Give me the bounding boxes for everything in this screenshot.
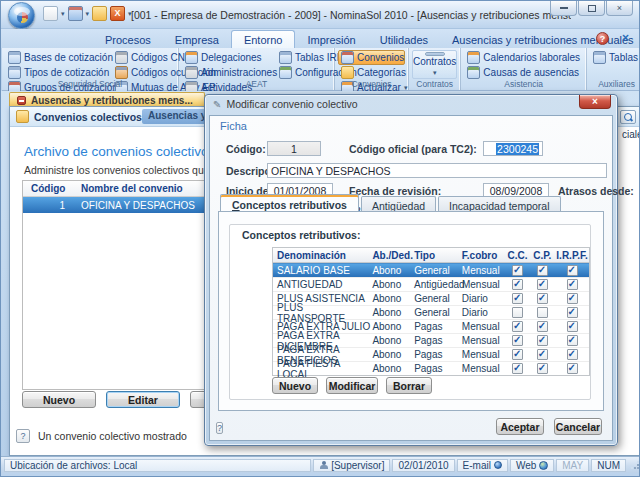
irpf-checkbox[interactable] (567, 335, 578, 346)
cc-checkbox[interactable] (512, 335, 523, 346)
table-row[interactable]: PLUS TRANSPORTE Abono General Diario (273, 305, 589, 319)
borrar-concepto-button[interactable]: Borrar (386, 377, 432, 394)
web-status[interactable]: Web (510, 459, 554, 472)
cc-checkbox[interactable] (512, 293, 523, 304)
table-row[interactable]: SALARIO BASE Abono General Mensual (273, 263, 589, 277)
irpf-checkbox[interactable] (567, 363, 578, 374)
button-tablas[interactable]: Tablas▾ (590, 50, 640, 65)
cc-checkbox[interactable] (512, 349, 523, 360)
button-categorias[interactable]: Categorías (338, 65, 405, 80)
cp-checkbox[interactable] (537, 293, 548, 304)
editar-button[interactable]: Editar (106, 391, 180, 408)
tab-impresion[interactable]: Impresión (295, 31, 367, 48)
item-label: Tablas (609, 52, 638, 63)
col-cp[interactable]: C.P. (529, 250, 555, 261)
user-icon (319, 461, 328, 470)
irpf-checkbox[interactable] (567, 279, 578, 290)
aceptar-button[interactable]: Aceptar (496, 418, 544, 435)
user-status[interactable]: [Supervisor] (313, 459, 390, 472)
column-codigo[interactable]: Código (23, 183, 75, 194)
button-bases-cotizacion[interactable]: Bases de cotización (5, 50, 110, 65)
help-icon[interactable]: ? (16, 429, 30, 443)
cc-checkbox[interactable] (512, 307, 523, 318)
modificar-concepto-button[interactable]: Modificar (326, 377, 378, 394)
dialog-help-button[interactable]: ? (216, 422, 223, 434)
button-delegaciones[interactable]: Delegaciones (182, 50, 274, 65)
ribbon-group-contratos: Contratos ▾ Contratos (409, 48, 461, 90)
tab-procesos[interactable]: Procesos (93, 31, 163, 48)
nuevo-concepto-button[interactable]: Nuevo (272, 377, 318, 394)
dialog-body: Ficha Código: 1 Código oficial (para TC2… (209, 115, 613, 441)
resize-grip[interactable] (631, 461, 639, 469)
irpf-checkbox[interactable] (567, 321, 578, 332)
maximize-button[interactable] (578, 1, 605, 16)
ribbon-group-seguridad-social: Bases de cotización Tipos de cotización … (2, 48, 179, 90)
button-causas-ausencias[interactable]: Causas de ausencias (464, 65, 583, 80)
search-button[interactable] (620, 110, 636, 124)
dialog-footer-buttons: Aceptar Cancelar (496, 418, 602, 435)
col-denominacion[interactable]: Denominación (273, 250, 372, 261)
button-tipos-cotizacion[interactable]: Tipos de cotización (5, 65, 110, 80)
table-row[interactable]: ANTIGUEDAD Abono Antigüedad Mensual (273, 277, 589, 291)
column-nombre[interactable]: Nombre del convenio (75, 183, 183, 194)
item-label: Causas de ausencias (483, 67, 579, 78)
codigo-oficial-field[interactable]: 2300245 (483, 141, 543, 156)
cell-tipo: General (414, 307, 462, 318)
tab-utilidades[interactable]: Utilidades (368, 31, 440, 48)
ribbon: Bases de cotización Tipos de cotización … (2, 48, 640, 91)
views-icon[interactable] (68, 6, 83, 21)
nuevo-button[interactable]: Nuevo (22, 391, 96, 408)
button-convenios[interactable]: Convenios (338, 50, 405, 65)
irpf-checkbox[interactable] (567, 349, 578, 360)
col-ab-ded[interactable]: Ab./Ded. (372, 250, 414, 261)
ribbon-group-asistencia: Calendarios laborales Causas de ausencia… (461, 48, 587, 90)
cp-checkbox[interactable] (537, 265, 548, 276)
cp-checkbox[interactable] (537, 279, 548, 290)
chevron-down-icon[interactable]: ▾ (86, 10, 90, 18)
ribbon-tab-row: Procesos Empresa Entorno Impresión Utili… (1, 29, 640, 48)
descripcion-field[interactable]: OFICINA Y DESPACHOS (267, 163, 607, 178)
open-folder-icon[interactable] (92, 6, 107, 21)
mdi-document-tab[interactable]: Ausencias y retribuciones mens... (9, 92, 205, 107)
cell-fcobro: Mensual (462, 265, 506, 276)
cancelar-button[interactable]: Cancelar (554, 418, 602, 435)
help-icon[interactable]: ? (596, 32, 609, 45)
tab-ausencias-retribuciones[interactable]: Ausencias y retribuciones mensuales (440, 31, 640, 48)
irpf-checkbox[interactable] (567, 265, 578, 276)
dialog-close-button[interactable]: × (579, 95, 611, 109)
cc-checkbox[interactable] (512, 363, 523, 374)
app-orb-button[interactable] (8, 2, 35, 29)
table-row[interactable]: PAGA FIESTA LOCAL Abono Pagas Mensual (273, 361, 589, 375)
table-icon (8, 66, 21, 79)
date-status[interactable]: 02/01/2010 (392, 459, 454, 472)
cp-checkbox[interactable] (537, 335, 548, 346)
new-document-icon[interactable] (43, 6, 58, 21)
button-administraciones[interactable]: Administraciones (182, 65, 274, 80)
button-contratos[interactable]: Contratos ▾ (412, 50, 457, 79)
codigo-field[interactable]: 1 (267, 141, 321, 156)
excel-export-icon[interactable]: X (110, 6, 125, 21)
close-document-icon[interactable]: × (622, 31, 629, 45)
minimize-button[interactable] (550, 1, 577, 16)
button-calendarios-laborales[interactable]: Calendarios laborales (464, 50, 583, 65)
atrasos-desde-label: Atrasos desde: (558, 185, 634, 197)
cp-checkbox[interactable] (537, 363, 548, 374)
email-status[interactable]: E-mail (457, 459, 508, 472)
chevron-down-icon[interactable]: ▾ (61, 10, 65, 18)
cell-tipo: Pagas (414, 363, 462, 374)
tab-empresa[interactable]: Empresa (163, 31, 231, 48)
cc-checkbox[interactable] (512, 321, 523, 332)
irpf-checkbox[interactable] (567, 293, 578, 304)
cp-checkbox[interactable] (537, 307, 548, 318)
irpf-checkbox[interactable] (567, 307, 578, 318)
cp-checkbox[interactable] (537, 349, 548, 360)
cp-checkbox[interactable] (537, 321, 548, 332)
cc-checkbox[interactable] (512, 279, 523, 290)
tab-entorno[interactable]: Entorno (231, 30, 296, 48)
col-tipo[interactable]: Tipo (414, 250, 462, 261)
col-cc[interactable]: C.C. (506, 250, 530, 261)
close-button[interactable]: × (606, 1, 633, 16)
col-fcobro[interactable]: F.cobro (462, 250, 506, 261)
cc-checkbox[interactable] (512, 265, 523, 276)
col-irpf[interactable]: I.R.P.F. (555, 250, 589, 261)
